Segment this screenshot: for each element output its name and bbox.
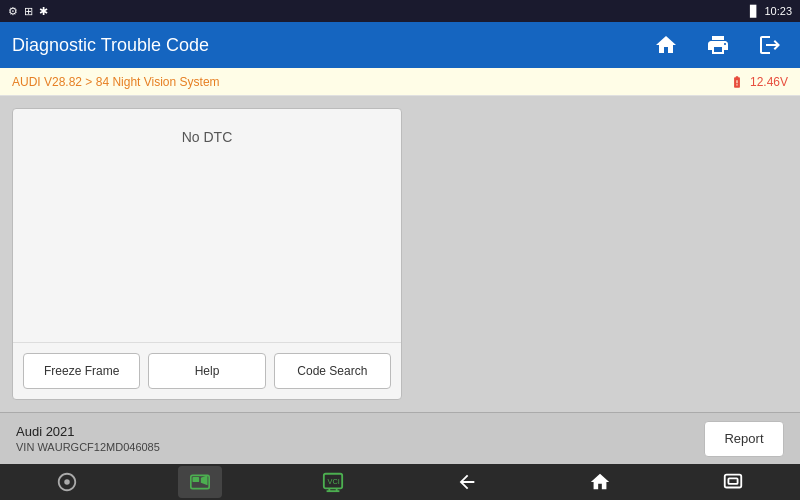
voltage-display: 12.46V: [728, 75, 788, 89]
svg-point-0: [64, 479, 70, 485]
status-left: ⚙ ⊞ ✱: [8, 5, 48, 18]
diagnostic-nav-icon[interactable]: VCI: [311, 466, 355, 498]
settings-icon: ⚙: [8, 5, 18, 18]
bottom-info-bar: Audi 2021 VIN WAURGCF12MD046085 Report: [0, 412, 800, 464]
dtc-buttons: Freeze Frame Help Code Search: [13, 342, 401, 399]
camera-nav-icon[interactable]: [178, 466, 222, 498]
freeze-frame-button[interactable]: Freeze Frame: [23, 353, 140, 389]
report-button[interactable]: Report: [704, 421, 784, 457]
home-nav-icon-svg: [589, 471, 611, 493]
home-nav-icon[interactable]: [578, 466, 622, 498]
battery-icon: ▊: [750, 5, 758, 18]
settings-nav-icon[interactable]: [45, 466, 89, 498]
help-button[interactable]: Help: [148, 353, 265, 389]
vehicle-vin: VIN WAURGCF12MD046085: [16, 441, 160, 453]
home-icon: [654, 33, 678, 57]
breadcrumb: AUDI V28.82 > 84 Night Vision System: [12, 75, 220, 89]
dtc-panel: No DTC Freeze Frame Help Code Search: [12, 108, 402, 400]
bluetooth-icon: ✱: [39, 5, 48, 18]
status-bar: ⚙ ⊞ ✱ ▊ 10:23: [0, 0, 800, 22]
settings-icon: [56, 471, 78, 493]
svg-marker-3: [201, 475, 208, 485]
voltage-value: 12.46V: [750, 75, 788, 89]
status-right: ▊ 10:23: [750, 5, 792, 18]
no-dtc-label: No DTC: [182, 129, 233, 145]
main-content: No DTC Freeze Frame Help Code Search: [0, 96, 800, 412]
wifi-icon: ⊞: [24, 5, 33, 18]
bottom-nav: VCI: [0, 464, 800, 500]
camera-icon: [188, 472, 212, 492]
breadcrumb-bar: AUDI V28.82 > 84 Night Vision System 12.…: [0, 68, 800, 96]
vehicle-info: Audi 2021 VIN WAURGCF12MD046085: [16, 424, 160, 453]
code-search-button[interactable]: Code Search: [274, 353, 391, 389]
print-icon: [706, 33, 730, 57]
page-title: Diagnostic Trouble Code: [12, 35, 209, 56]
battery-alert-icon: [728, 75, 746, 89]
recents-icon: [722, 471, 744, 493]
svg-rect-10: [729, 478, 738, 484]
header-icons: [648, 27, 788, 63]
vehicle-make-year: Audi 2021: [16, 424, 160, 439]
svg-rect-9: [725, 475, 742, 488]
svg-rect-2: [192, 477, 199, 482]
diagnostic-icon: VCI: [321, 471, 345, 493]
home-button[interactable]: [648, 27, 684, 63]
dtc-content-area: No DTC: [13, 109, 401, 342]
clock: 10:23: [764, 5, 792, 17]
logout-button[interactable]: [752, 27, 788, 63]
back-icon: [456, 471, 478, 493]
svg-text:VCI: VCI: [328, 477, 340, 486]
recents-nav-icon[interactable]: [711, 466, 755, 498]
back-nav-icon[interactable]: [445, 466, 489, 498]
header: Diagnostic Trouble Code: [0, 22, 800, 68]
print-button[interactable]: [700, 27, 736, 63]
logout-icon: [758, 33, 782, 57]
